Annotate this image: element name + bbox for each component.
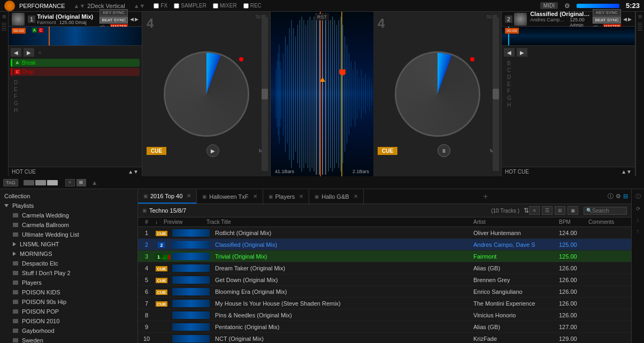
deck2-next-cue[interactable]: ▶ [517,48,527,57]
sidebar-ultimate-wedding[interactable]: Ultimate Wedding List [9,230,137,239]
search-box[interactable]: 🔍 [584,207,627,215]
sidebar-poison-90s[interactable]: POISON 90s Hip [9,297,137,307]
upload-btn[interactable]: ↑ [635,227,641,236]
deck1-nav-right[interactable]: ▶ [135,17,139,22]
col-num[interactable]: # [140,219,153,225]
deck2-prev-cue[interactable]: ◀ [504,48,515,57]
panel-expand-btn[interactable]: ⊟ [623,193,628,200]
sidebar-stuff-dont-play[interactable]: Stuff I Don't Play 2 [9,268,137,278]
panel-info-btn[interactable]: ⓘ [608,192,614,200]
deck1-play-button[interactable]: ▶ [206,144,219,157]
deck2-nav-right[interactable]: ▶ [628,17,632,22]
track-row[interactable]: 3 1AB Trivial (Original Mix) Fairmont 12… [138,251,631,262]
deck1-key-sync[interactable]: KEY SYNC [99,9,128,16]
sidebar-collection[interactable]: Collection [0,191,137,201]
view-grid-btn[interactable]: ⊞ [555,206,565,215]
history-btn[interactable]: ⟳ [634,204,642,213]
add-tab-button[interactable]: + [479,192,492,201]
deck1-hot-cue-arrows[interactable]: ▲▼ [128,169,139,175]
deck2-key-sync[interactable]: KEY SYNC [593,9,621,16]
view-art-btn[interactable]: ▣ [568,206,578,215]
performance-mode[interactable]: PERFORMANCE [19,3,65,9]
download-btn[interactable]: ↓ [635,215,641,224]
sidebar-gayborhood[interactable]: Gayborhood [9,326,137,336]
col-preview[interactable]: Preview [162,219,204,225]
track-title: Blooming Era (Original Mix) [213,289,471,295]
track-row[interactable]: 4 CUE Dream Taker (Original Mix) Alias (… [138,262,631,274]
col-bpm[interactable]: BPM [557,219,586,225]
sidebar-poison-2010[interactable]: POISON 2010 [9,316,137,326]
deck2-hot-cue-arrows[interactable]: ▲▼ [621,169,632,175]
svg-rect-38 [351,61,351,127]
color-swatch-1[interactable] [24,180,34,185]
deck1-cue-button[interactable]: CUE [147,147,166,155]
list-view-btn[interactable]: ≡ [65,179,75,186]
track-row[interactable]: 10 NCT (Original Mix) KrizFade 129.00 [138,333,631,343]
rec-toggle[interactable]: REC [243,3,262,9]
tab-halloween[interactable]: ▣ Halloween TxF ✕ [197,189,263,204]
deck1-next-cue[interactable]: ▶ [24,48,34,57]
sampler-toggle[interactable]: SAMPLER [174,3,206,9]
waveform-svg [271,12,373,176]
midi-button[interactable]: MIDI [540,2,558,9]
playlist-sort-btn[interactable]: ⇅ [524,207,529,214]
tab-hallo-gb[interactable]: ▣ Hallo G&B ✕ [309,189,363,204]
track-row[interactable]: 7 CUE My House Is Your House (Steve Shad… [138,298,631,309]
tab-2016-top-40[interactable]: ▣ 2016 Top 40 ✕ [138,189,197,204]
sidebar-mornings[interactable]: MORNINGS [9,249,137,259]
col-sort-arrow[interactable]: ↓ [153,219,162,225]
deck1-prev-cue[interactable]: ◀ [11,48,21,57]
col-comments[interactable]: Comments [586,219,629,225]
sidebar-lnsml-night[interactable]: LNSML NIGHT [9,239,137,249]
deck1-beat-sync[interactable]: BEAT SYNC [99,17,128,24]
track-row[interactable]: 8 Pins & Needles (Original Mix) Vinicius… [138,309,631,321]
track-row[interactable]: 6 CUE Blooming Era (Original Mix) Enrico… [138,286,631,298]
color-swatch-3[interactable] [47,180,58,185]
grid-view-btn[interactable]: ⊟ [76,179,86,186]
tag-button[interactable]: TAG [3,179,18,186]
mixer-toggle[interactable]: MIXER [213,3,237,9]
tab-close-4[interactable]: ✕ [354,193,358,199]
layout-selector[interactable]: 2Deck Vertical [87,3,125,9]
track-row[interactable]: 1 CUE Rotlicht (Original Mix) Oliver Hun… [138,227,631,239]
deck2-beat-sync[interactable]: BEAT SYNC [593,17,621,24]
color-swatch-2[interactable] [35,180,46,185]
tab-players[interactable]: ▣ Players ✕ [263,189,310,204]
sidebar-carmela-ballroom[interactable]: Carmela Ballroom [9,220,137,230]
deck1-nav-left[interactable]: ◀ [130,17,134,22]
sidebar-despacito[interactable]: Despacito Etc [9,259,137,268]
track-row[interactable]: 5 CUE Get Down (Original Mix) Brennen Gr… [138,274,631,286]
col-artist[interactable]: Artist [471,219,557,225]
search-input[interactable] [592,208,624,214]
view-compact-btn[interactable]: ☰ [542,206,553,215]
deck1-pitch-slider[interactable] [262,17,268,171]
deck2-pause-button[interactable]: ⏸ [438,144,450,157]
tab-close-1[interactable]: ✕ [187,193,191,199]
sidebar-players[interactable]: Players [9,278,137,287]
track-row[interactable]: 9 Pentatonic (Original Mix) Alias (GB) 1… [138,321,631,333]
left-side-btn-1[interactable]: ⊞ [2,14,6,19]
track-row[interactable]: 2 2 Classified (Original Mix) Andres Cam… [138,239,631,251]
sidebar-poison-pop[interactable]: POISON POP [9,307,137,316]
library-expand-btn[interactable]: ▲ [91,179,98,186]
sidebar-playlists-header[interactable]: Playlists [0,201,137,211]
tab-close-3[interactable]: ✕ [299,193,303,199]
deck2-cue-button[interactable]: CUE [378,147,397,155]
sidebar-carmela-wedding[interactable]: Carmela Wedding [9,211,137,220]
settings-icon[interactable]: ⚙ [564,2,570,10]
tab-close-2[interactable]: ✕ [253,193,257,199]
view-list-btn[interactable]: ≡ [529,206,540,215]
deck2-pitch-slider[interactable] [493,17,499,171]
fx-toggle[interactable]: FX [154,3,167,9]
sidebar-poison-kids[interactable]: POISON KIDS [9,287,137,297]
deck1-drop-cue[interactable]: C Drop [11,68,140,76]
track-artist: Alias (GB) [471,265,557,271]
panel-settings-btn[interactable]: ⚙ [616,193,621,200]
right-side-btn-1[interactable]: ⊞ [638,14,642,19]
col-title[interactable]: Track Title [204,219,471,225]
sidebar-sweden[interactable]: Sweden [9,336,137,343]
deck2-nav-left[interactable]: ◀ [623,17,627,22]
playlist-icon: ▣ [142,208,147,213]
deck1-break-cue[interactable]: A Break [11,59,140,67]
info-btn[interactable]: ⓘ [634,191,642,202]
